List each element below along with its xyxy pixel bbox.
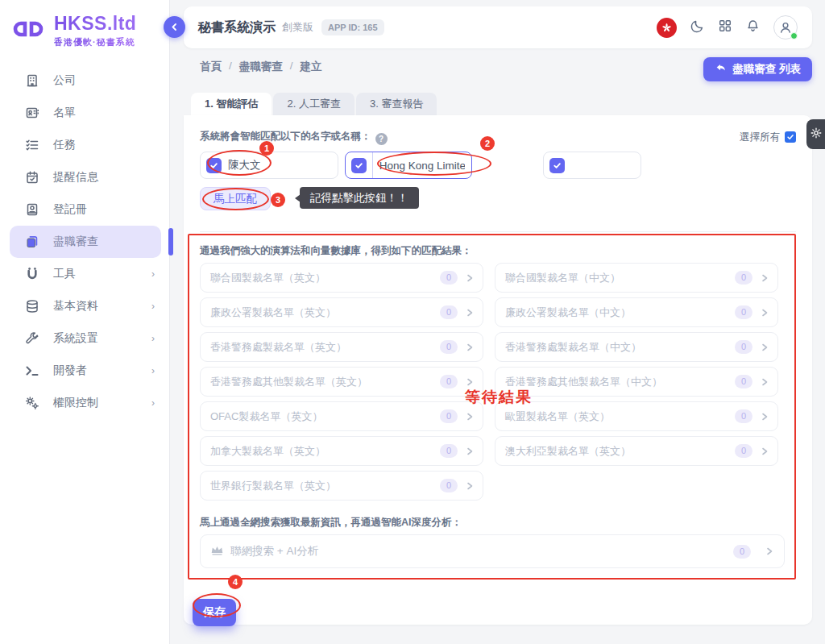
count-badge: 0 (735, 409, 752, 423)
id-card-icon (24, 105, 40, 121)
list-item-label: 香港警務處製裁名單（英文） (210, 340, 346, 355)
chevron-right-icon (465, 447, 475, 456)
sidebar-item-system-settings[interactable]: 系統設置 › (0, 322, 169, 355)
list-item[interactable]: OFAC製裁名單（英文）0 (200, 401, 483, 431)
save-button[interactable]: 保存 (193, 599, 236, 626)
logo: HKSS.ltd 香港優軟·秘書系統 (0, 0, 169, 56)
list-item-label: 歐盟製裁名單（英文） (505, 409, 610, 424)
select-all-label: 選擇所有 (740, 131, 780, 144)
sidebar-item-basic-data[interactable]: 基本資料 › (0, 290, 169, 322)
select-all-checkbox[interactable] (785, 131, 796, 143)
theme-settings-gear-button[interactable] (806, 119, 825, 149)
breadcrumb-home[interactable]: 首頁 (200, 60, 222, 74)
chevron-right-icon: › (151, 301, 155, 312)
sidebar-item-register[interactable]: 登記冊 (0, 193, 169, 226)
chevron-right-icon (465, 308, 475, 318)
list-item[interactable]: 歐盟製裁名單（英文）0 (495, 401, 778, 431)
list-item[interactable]: 香港警務處其他製裁名單（英文）0 (200, 367, 483, 397)
list-button-label: 盡職審查 列表 (732, 62, 801, 77)
list-item[interactable]: 香港警務處製裁名單（英文）0 (200, 332, 483, 362)
list-item[interactable]: 聯合國製裁名單（中文）0 (495, 263, 778, 293)
logo-mark-icon (10, 14, 47, 48)
list-item-label: 香港警務處製裁名單（中文） (505, 340, 641, 355)
list-item[interactable]: 世界銀行製裁名單（英文）0 (200, 471, 483, 501)
back-arrow-icon (715, 62, 727, 77)
chevron-right-icon (760, 343, 769, 352)
name-input-3[interactable] (565, 160, 641, 172)
list-item[interactable]: 香港警務處製裁名單（中文）0 (495, 332, 778, 362)
content-card: 系統將會智能匹配以下的名字或名稱：? 選擇所有 (184, 115, 812, 625)
sidebar-item-label: 權限控制 (53, 396, 98, 410)
name-input-2[interactable] (373, 160, 471, 172)
lists-column-right: 聯合國製裁名單（中文）0 廉政公署製裁名單（中文）0 香港警務處製裁名單（中文）… (495, 263, 778, 505)
tasks-icon (24, 137, 40, 153)
sidebar-item-lists[interactable]: 名單 (0, 97, 169, 129)
sidebar-item-label: 基本資料 (53, 299, 98, 314)
name-checkbox-1[interactable] (206, 158, 222, 173)
list-item-label: OFAC製裁名單（英文） (210, 409, 322, 424)
notifications-bell-icon[interactable] (745, 19, 761, 37)
chevron-right-icon: › (151, 365, 155, 376)
name-checkbox-3[interactable] (549, 158, 565, 173)
count-badge: 0 (735, 444, 752, 458)
list-item[interactable]: 廉政公署製裁名單（英文）0 (200, 297, 483, 327)
breadcrumb-section[interactable]: 盡職審查 (239, 60, 283, 74)
chevron-right-icon: › (151, 268, 155, 280)
chevron-right-icon: › (151, 333, 155, 344)
tab-smart-evaluation[interactable]: 1. 智能評估 (191, 93, 272, 115)
list-item-label: 香港警務處其他製裁名單（英文） (210, 375, 367, 389)
match-now-button[interactable]: 馬上匹配 (200, 187, 271, 210)
count-badge: 0 (440, 305, 458, 319)
list-item[interactable]: 香港警務處其他製裁名單（中文）0 (495, 367, 778, 397)
breadcrumb: 首頁 / 盡職審查 / 建立 (200, 60, 322, 74)
chevron-right-icon (465, 412, 475, 422)
list-item[interactable]: 聯合國製裁名單（英文）0 (200, 263, 483, 293)
sidebar-collapse-button[interactable] (164, 16, 185, 38)
sidebar: HKSS.ltd 香港優軟·秘書系統 公司 名單 任務 提醒信息 (0, 0, 170, 644)
count-badge: 0 (440, 409, 458, 423)
count-badge: 0 (735, 375, 752, 388)
user-avatar[interactable] (773, 15, 798, 39)
logo-title: HKSS.ltd (54, 13, 136, 35)
apps-grid-icon[interactable] (718, 19, 732, 36)
chevron-right-icon (760, 447, 769, 456)
sidebar-menu: 公司 名單 任務 提醒信息 登記冊 盡職審查 (0, 56, 169, 419)
hk-flag-icon[interactable] (657, 18, 677, 38)
chevron-right-icon (465, 481, 475, 491)
sidebar-item-company[interactable]: 公司 (0, 64, 169, 97)
ai-search-row[interactable]: 聯網搜索 + AI分析 0 (200, 534, 785, 568)
sidebar-item-due-diligence[interactable]: 盡職審查 (10, 226, 161, 258)
list-item-label: 加拿大製裁名單（英文） (210, 444, 325, 459)
app-screen: HKSS.ltd 香港優軟·秘書系統 公司 名單 任務 提醒信息 (0, 0, 825, 644)
list-item-label: 廉政公署製裁名單（中文） (505, 305, 631, 320)
list-item[interactable]: 廉政公署製裁名單（中文）0 (495, 297, 778, 327)
count-badge: 0 (440, 375, 458, 388)
count-badge: 0 (735, 271, 752, 285)
due-diligence-list-button[interactable]: 盡職審查 列表 (703, 57, 812, 81)
sidebar-item-tools[interactable]: 工具 › (0, 258, 169, 290)
list-item[interactable]: 加拿大製裁名單（英文）0 (200, 436, 483, 466)
sidebar-item-reminders[interactable]: 提醒信息 (0, 161, 169, 193)
sidebar-item-tasks[interactable]: 任務 (0, 129, 169, 161)
results-annotation-box: 通過我們強大的演算法和向量數據庫，得到如下的匹配結果： 聯合國製裁名單（英文）0… (188, 234, 796, 580)
sidebar-item-developer[interactable]: 開發者 › (0, 355, 169, 387)
chevron-right-icon (465, 273, 475, 283)
sidebar-item-label: 任務 (53, 138, 76, 152)
crown-icon (210, 545, 224, 559)
name-checkbox-2[interactable] (351, 158, 367, 173)
list-item[interactable]: 澳大利亞製裁名單（英文）0 (495, 436, 778, 466)
tab-review-report[interactable]: 3. 審查報告 (356, 93, 437, 115)
tab-label: 2. 人工審查 (287, 97, 340, 111)
terminal-icon (24, 363, 40, 379)
sidebar-item-permissions[interactable]: 權限控制 › (0, 387, 169, 419)
step-tabs: 1. 智能評估 2. 人工審查 3. 審查報告 (191, 93, 437, 115)
help-icon[interactable]: ? (375, 133, 388, 145)
name-inputs-row (200, 152, 796, 179)
tab-manual-review[interactable]: 2. 人工審查 (273, 93, 354, 115)
dark-mode-moon-icon[interactable] (690, 19, 705, 37)
name-input-1[interactable] (222, 160, 338, 172)
chevron-right-icon (465, 377, 475, 387)
count-badge: 0 (440, 340, 458, 354)
name-input-group-3 (543, 152, 641, 179)
gears-icon (24, 395, 40, 411)
